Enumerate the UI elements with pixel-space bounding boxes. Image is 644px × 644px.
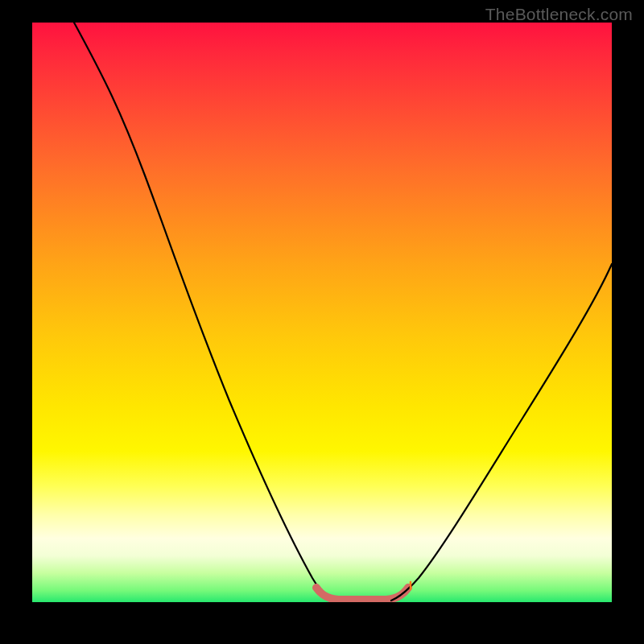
plot-area <box>32 23 612 602</box>
watermark-text: TheBottleneck.com <box>485 5 633 24</box>
chart-overlay <box>32 23 612 602</box>
bottleneck-curve-left <box>74 23 333 601</box>
bottleneck-curve-right <box>391 264 612 601</box>
valley-span-marker <box>316 588 408 600</box>
chart-frame: TheBottleneck.com <box>0 0 644 644</box>
